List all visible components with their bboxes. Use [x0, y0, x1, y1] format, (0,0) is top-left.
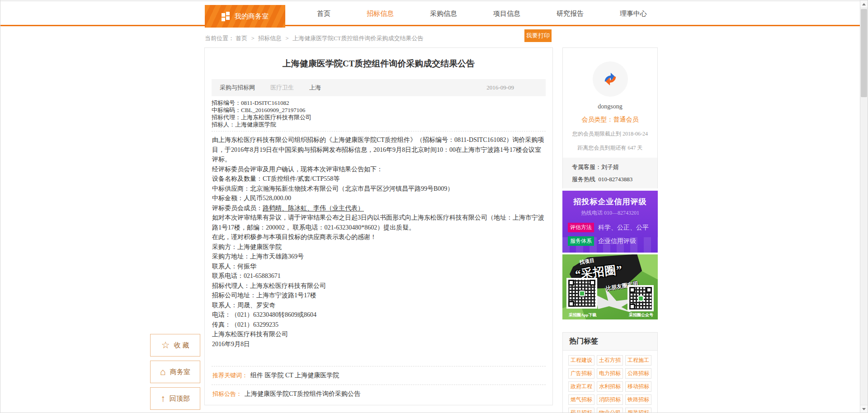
float-button[interactable]: ⌂ 商务室 [150, 361, 200, 383]
credit-text: 企业信用评级 [598, 237, 636, 245]
qr-label-wechat: 采招圈公众号 [629, 312, 653, 318]
keywords-row: 推荐关键词： 组件 医学院 CT 上海健康医学院 [212, 366, 546, 385]
article-paragraph: 采购方地址：上海市天雄路369号 [212, 252, 545, 262]
announcement-row: 招标公告： 上海健康医学院CT质控组件询价采购公告 [212, 385, 546, 403]
article-paragraph: 如对本次评审结果有异议，请于评审结果公布之日起3日内以书面形式向上海东松医疗科技… [212, 213, 545, 232]
article-paragraph: 采购方：上海健康医学院 [212, 242, 545, 252]
hot-tag[interactable]: 工程施工 [625, 355, 651, 366]
nav-link[interactable]: 首页 [317, 9, 330, 18]
breadcrumb-bar: 当前位置： 首页 > 招标信息 > 上海健康医学院CT质控组件询价采购成交结果公… [204, 28, 553, 47]
article-card: 上海健康医学院CT质控组件询价采购成交结果公告 采购与招标网 医疗卫生 上海 2… [204, 47, 553, 405]
credit-badge: 服务体系 [568, 236, 594, 246]
credit-row: 评估方法 科学、公正、公平 [568, 223, 658, 232]
breadcrumb-separator: > [285, 35, 288, 42]
article-paragraph: 联系电话：021-65883671 [212, 271, 545, 281]
service-block: 专属客服：刘子婧 服务热线 010-82743883 [563, 158, 657, 188]
hot-tag[interactable]: 广告招标 [568, 368, 594, 379]
hot-tag[interactable]: 水利招标 [597, 381, 623, 392]
article-paragraph: 评标委员会成员：路鹤晴、陈冰虹、李伟（业主代表） [212, 203, 545, 213]
my-office-button[interactable]: 我的商务室 [205, 5, 285, 28]
credit-banner-hotline: 热线电话 010—82743201 [562, 209, 658, 217]
nav-link[interactable]: 招标信息 [367, 9, 394, 18]
hot-tag[interactable]: 公路招标 [625, 368, 651, 379]
meta-source-link[interactable]: 采购与招标网 [220, 84, 255, 92]
scroll-down-icon[interactable] [860, 405, 868, 413]
float-button[interactable]: ☆ 收 藏 [150, 334, 200, 357]
meta-category-link[interactable]: 医疗卫生 [270, 84, 294, 92]
service-rep: 专属客服：刘子婧 [572, 161, 657, 173]
avatar [593, 61, 628, 97]
hot-tag[interactable]: 政府工程 [568, 381, 594, 392]
article-paragraph: 在此，谨对积极参与本项目投标的供应商表示衷心的感谢！ [212, 232, 545, 242]
article-paragraph: 中标金额：人民币528,000.00 [212, 193, 545, 203]
bid-info-line: 招标编号：0811-DSITC161082 [212, 99, 546, 107]
nav-link[interactable]: 理事中心 [620, 9, 647, 18]
dashboard-grid-icon [222, 12, 230, 21]
float-buttons: ☆ 收 藏 ⌂ 商务室 ↑ 回顶部 [150, 334, 200, 413]
hot-tag[interactable]: 消防招标 [597, 394, 623, 405]
service-hotline: 服务热线 010-82743883 [572, 173, 657, 185]
keywords-label: 推荐关键词： [212, 371, 248, 380]
float-button-label: 商务室 [170, 368, 190, 376]
article-paragraph: 设备名称及数量：CT质控组件/贰套/CTP558等 [212, 174, 545, 184]
meta-region-link[interactable]: 上海 [309, 84, 321, 92]
meta-date: 2016-09-09 [486, 84, 514, 91]
spacer [205, 349, 552, 366]
article-body: 由上海东松医疗科技有限公司组织招标的《上海健康医学院CT质控组件》（招标编号：0… [212, 135, 545, 349]
breadcrumb-home-link[interactable]: 首页 [236, 35, 247, 42]
keywords-links[interactable]: 组件 医学院 CT 上海健康医学院 [250, 371, 339, 380]
breadcrumb-prefix: 当前位置： [205, 35, 234, 42]
article-paragraph: 由上海东松医疗科技有限公司组织招标的《上海健康医学院CT质控组件》（招标编号：0… [212, 135, 545, 164]
float-button[interactable]: ↑ 回顶部 [150, 387, 200, 410]
hot-tag[interactable]: 电力招标 [597, 368, 623, 379]
breadcrumb-section-link[interactable]: 招标信息 [258, 35, 282, 42]
article-paragraph: 中标供应商：北京瀚海拓新生物技术有限公司（北京市昌平区沙河镇昌平路99号B009… [212, 184, 545, 194]
bid-info-line: 中标编码：CBL_20160909_27197106 [212, 107, 546, 114]
scroll-up-icon[interactable] [860, 0, 868, 8]
article-meta-band: 采购与招标网 医疗卫生 上海 2016-09-09 [212, 79, 546, 96]
nav-link[interactable]: 采购信息 [430, 9, 457, 18]
article-paragraph: 电话：（021）63230480转8609或8604 [212, 310, 545, 320]
article-paragraph: 经评标委员会评审及用户确认，现将本次评审结果公告如下： [212, 164, 545, 174]
hot-tag[interactable]: 燃气招标 [568, 394, 594, 405]
article-paragraph: 招标公司地址：上海市宁波路1号17楼 [212, 291, 545, 300]
hot-tag[interactable]: 物业公司 [597, 408, 623, 413]
hot-tag[interactable]: 移动招标 [625, 381, 651, 392]
bid-info-block: 招标编号：0811-DSITC161082 中标编码：CBL_20160909_… [212, 99, 546, 128]
credit-row: 服务体系 企业信用评级 [568, 236, 658, 246]
member-type: 会员类型：普通会员 [563, 116, 657, 124]
nav-link[interactable]: 项目信息 [493, 9, 520, 18]
hot-tag[interactable]: 服装招标 [625, 408, 651, 413]
bid-info-line: 招标代理：上海东松医疗科技有限公司 [212, 114, 546, 121]
credit-rating-banner[interactable]: 招投标企业信用评级 热线电话 010—82743201 评估方法 科学、公正、公… [562, 191, 658, 253]
member-days-line: 距离您会员到期还有 647 天 [563, 144, 657, 152]
hot-tag[interactable]: 铁路招标 [625, 394, 651, 405]
caizhaoquan-ad-banner[interactable]: 找项目 “采招圈” 比朋友圈实用 采招圈App下载 采招圈公众号 [562, 254, 658, 319]
sidebar: dongsong 会员类型：普通会员 您的会员期限截止到 2018-06-24 … [562, 47, 658, 413]
float-button-icon: ☆ [161, 341, 170, 350]
qr-label-app: 采招圈App下载 [569, 312, 597, 318]
nav-link[interactable]: 研究报告 [557, 9, 584, 18]
hot-tag[interactable]: 工程建设 [568, 355, 594, 366]
float-button-label: 回顶部 [170, 394, 190, 403]
hot-tag[interactable]: 药品招标 [568, 408, 594, 413]
article-paragraph: 招标代理人：上海东松医疗科技有限公司 [212, 281, 545, 291]
article-paragraph: 联系人：周晟、罗安奇 [212, 300, 545, 310]
article-paragraph: 联系人：何振华 [212, 262, 545, 272]
hot-tag[interactable]: 土石方招 [597, 355, 623, 366]
breadcrumb: 当前位置： 首页 > 招标信息 > 上海健康医学院CT质控组件询价采购成交结果公… [205, 34, 424, 42]
float-button-label: 收 藏 [174, 341, 189, 350]
announcement-label: 招标公告： [212, 390, 242, 398]
swirl-logo-icon [601, 70, 620, 89]
scrollbar-thumb[interactable] [861, 9, 867, 97]
print-button[interactable]: 我要打印 [524, 29, 552, 42]
page-title: 上海健康医学院CT质控组件询价采购成交结果公告 [212, 58, 546, 70]
username: dongsong [563, 103, 657, 110]
announcement-link[interactable]: 上海健康医学院CT质控组件询价采购公告 [245, 390, 360, 398]
user-card: dongsong 会员类型：普通会员 您的会员期限截止到 2018-06-24 … [562, 47, 658, 188]
float-button-icon: ⌂ [160, 367, 166, 377]
vertical-scrollbar [860, 0, 868, 413]
float-button-icon: ↑ [160, 394, 165, 404]
page: 首页 招标信息 采购信息 项目信息 研究报告 理事中心 我的商务室 当前位置： … [0, 0, 868, 413]
credit-text: 科学、公正、公平 [598, 224, 649, 232]
